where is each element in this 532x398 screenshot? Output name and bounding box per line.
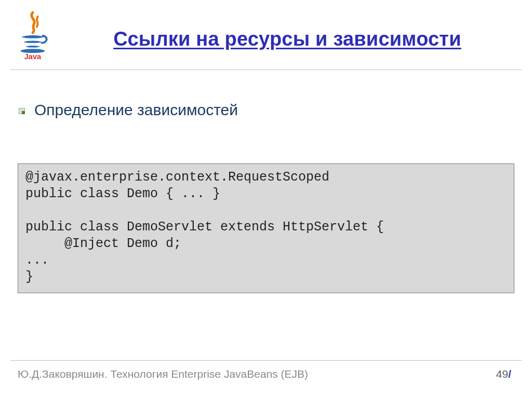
body: Определение зависимостей @javax.enterpri… [0, 70, 532, 293]
bullet-text: Определение зависимостей [34, 101, 238, 119]
title-wrap: Ссылки на ресурсы и зависимости [55, 9, 520, 50]
java-logo-icon: Java [12, 9, 55, 62]
bullet-icon [19, 107, 25, 113]
footer: Ю.Д.Заковряшин. Технология Enterprise Ja… [18, 368, 511, 380]
svg-text:Java: Java [24, 52, 42, 60]
slide: Java Ссылки на ресурсы и зависимости Опр… [0, 0, 532, 398]
page-number: 49/ [496, 368, 511, 380]
footer-text: Ю.Д.Заковряшин. Технология Enterprise Ja… [18, 368, 308, 380]
slide-title: Ссылки на ресурсы и зависимости [113, 28, 461, 50]
divider-bottom [10, 360, 522, 361]
header: Java Ссылки на ресурсы и зависимости [0, 0, 532, 62]
code-block: @javax.enterprise.context.RequestScoped … [18, 163, 514, 293]
page-number-slash: / [508, 368, 511, 380]
svg-rect-3 [22, 111, 25, 114]
bullet-item: Определение зависимостей [19, 101, 514, 119]
page-number-value: 49 [496, 368, 508, 380]
